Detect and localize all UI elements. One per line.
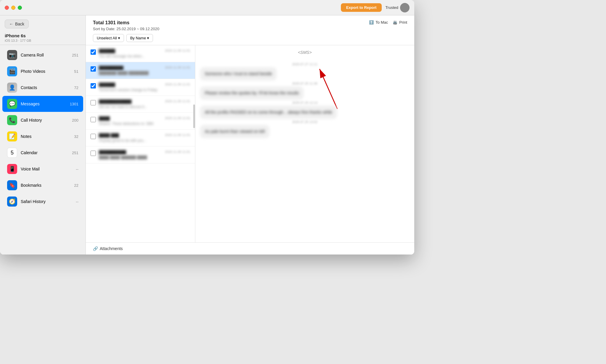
conversation-info: ████████████████ ████ ████████ [99,66,162,75]
conversation-info: ██████You will message me when... [99,49,162,58]
device-meta: iOS 13.3 · 177 GB [5,39,81,42]
titlebar: Export to Report Trusted [0,0,414,15]
conversation-item[interactable]: ████ ███Anyway great to be with you...20… [86,130,195,146]
conversation-item[interactable]: ██████Tomorrow's session change to Frida… [86,79,195,96]
close-button[interactable] [5,6,9,10]
conversation-info: ██████Tomorrow's session change to Frida… [99,83,162,92]
conversation-time: 2020.11.09 11:01 [165,150,190,154]
conversation-preview: You will message me when... [99,54,162,58]
back-arrow-icon: ← [9,22,13,26]
calendar-icon: 5 [7,148,17,158]
messages-panel: <SMS> 2020.07.27 11:11Someone who I trus… [195,45,414,242]
message-timestamp: 2020.07.25 12:13 [200,101,410,104]
conversations-panel[interactable]: ██████You will message me when...2020.11… [86,45,195,242]
conversation-item[interactable]: ██████████████ ████ ██████ ████2020.11.0… [86,146,195,163]
sidebar-item-count-photo-videos: 51 [74,69,78,74]
conversation-checkbox[interactable] [91,100,96,105]
sidebar-item-contacts[interactable]: 👤Contacts72 [2,80,83,96]
message-bubble: Someone who I trust to stand beside [200,67,277,80]
conversation-item[interactable]: ████████████Did we not meet to discuss i… [86,96,195,113]
back-button[interactable]: ← Back [5,20,29,28]
profile-area: Trusted [385,3,410,12]
avatar [400,3,410,12]
message-text: Someone who I trust to stand beside [205,71,272,77]
sidebar-item-label-camera-roll: Camera Roll [21,53,68,57]
messages-container: 2020.07.27 11:11Someone who I trust to s… [200,61,410,138]
sidebar-item-count-camera-roll: 251 [72,53,78,57]
conversation-name: ████████████ [99,99,162,104]
conversation-checkbox[interactable] [91,83,96,88]
sidebar-item-messages[interactable]: 💬Messages1301 [2,96,83,112]
main-area: ← Back iPhone 6s iOS 13.3 · 177 GB 📷Came… [0,15,414,255]
conversation-info: ████████████Did we not meet to discuss i… [99,99,162,109]
conversation-checkbox[interactable] [91,151,96,156]
call-history-icon: 📞 [7,115,17,125]
sidebar-item-notes[interactable]: 📝Notes32 [2,128,83,144]
message-bubble-container: As pale burnt than viewed on left [200,125,410,138]
scrollbar-handle[interactable] [193,104,195,128]
titlebar-right: Export to Report Trusted [341,3,410,12]
date-range: Sort by Date: 25.02.2019 ~ 09.12.2020 [93,27,159,31]
toolbar: Unselect All ▾ By Name ▾ [93,34,407,42]
print-button[interactable]: 🖨️ Print [393,20,407,25]
content-footer: 🔗 Attachments [86,242,414,255]
to-mac-button[interactable]: ⬆️ To Mac [369,20,388,25]
sidebar-item-bookmarks[interactable]: 🔖Bookmarks22 [2,177,83,193]
conversation-checkbox[interactable] [91,66,96,72]
conversation-time: 2020.11.09 11:01 [165,83,190,86]
sort-label: By Name [130,36,146,40]
message-text: As pale burnt than viewed on left [205,128,265,135]
message-bubble: As pale burnt than viewed on left [200,125,270,138]
sidebar-item-photo-videos[interactable]: 🎬Photo Videos51 [2,63,83,79]
to-mac-label: To Mac [375,20,388,25]
to-mac-icon: ⬆️ [369,20,374,25]
notes-icon: 📝 [7,131,17,141]
sort-by-name-button[interactable]: By Name ▾ [126,34,153,42]
sidebar-item-safari-history[interactable]: 🧭Safari History-- [2,194,83,210]
attachments-label: Attachments [100,246,123,251]
sidebar-item-voice-mail[interactable]: 📱Voice Mail-- [2,161,83,177]
conversation-info: ████ ███Anyway great to be with you... [99,133,162,143]
conversation-item[interactable]: ████████████████ ████ ████████2020.11.09… [86,62,195,79]
fullscreen-button[interactable] [18,6,22,10]
conversation-name: █████████ [99,66,162,70]
conversation-item[interactable]: ██████You will message me when...2020.11… [86,45,195,62]
conversation-checkbox[interactable] [91,49,96,55]
content-header: Total 1301 items Sort by Date: 25.02.201… [86,15,414,45]
conversation-name: ████ ███ [99,133,162,138]
toolbar-actions: Unselect All ▾ By Name ▾ [93,34,407,42]
sidebar: ← Back iPhone 6s iOS 13.3 · 177 GB 📷Came… [0,15,86,255]
conversation-time: 2020.11.09 11:01 [165,66,190,69]
conversation-time: 2020.11.09 11:01 [165,99,190,103]
export-button[interactable]: Export to Report [341,3,382,12]
conversation-item[interactable]: ████Shares: These deductions re: SBN2020… [86,113,195,130]
sidebar-items: 📷Camera Roll251🎬Photo Videos51👤Contacts7… [0,45,86,255]
sidebar-item-count-voice-mail: -- [76,167,78,171]
sidebar-item-count-calendar: 251 [72,151,78,155]
sidebar-item-label-photo-videos: Photo Videos [21,69,71,74]
total-items: Total 1301 items [93,20,159,25]
conversation-checkbox[interactable] [91,117,96,122]
sidebar-item-count-messages: 1301 [70,102,78,106]
message-text: All the profits PASSED on to come throug… [205,109,332,115]
conversation-checkbox[interactable] [91,134,96,139]
conversation-name: ██████████ [99,150,162,154]
message-bubble-container: All the profits PASSED on to come throug… [200,106,410,119]
sidebar-item-label-safari-history: Safari History [21,199,72,204]
message-text: Please review the quotes by. I'll let kn… [205,90,299,96]
minimize-button[interactable] [11,6,15,10]
conversation-name: ██████ [99,83,162,87]
sidebar-item-count-call-history: 200 [72,118,78,123]
sidebar-item-calendar[interactable]: 5Calendar251 [2,145,83,161]
traffic-lights [5,6,22,10]
sort-chevron-icon: ▾ [147,36,149,40]
sidebar-item-count-contacts: 72 [74,86,78,90]
attachments-button[interactable]: 🔗 Attachments [93,246,123,251]
sidebar-item-count-notes: 32 [74,134,78,139]
sidebar-item-camera-roll[interactable]: 📷Camera Roll251 [2,47,83,63]
unselect-all-button[interactable]: Unselect All ▾ [93,34,124,42]
sidebar-item-label-notes: Notes [21,134,71,139]
photo-videos-icon: 🎬 [7,66,17,76]
camera-roll-icon: 📷 [7,50,17,60]
sidebar-item-call-history[interactable]: 📞Call History200 [2,112,83,128]
